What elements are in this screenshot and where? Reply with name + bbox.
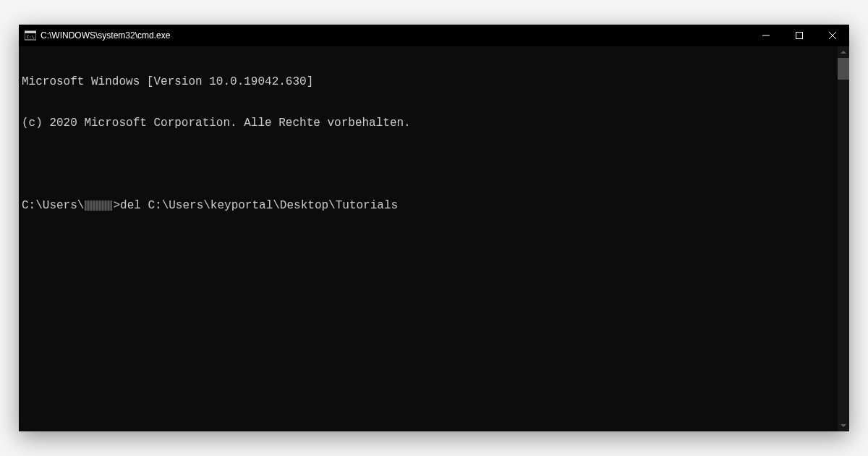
minimize-button[interactable] [749,25,783,46]
scroll-track[interactable] [838,58,849,420]
window-controls [749,25,849,46]
prompt-suffix: > [113,199,120,212]
close-button[interactable] [816,25,849,46]
cmd-window: C:\ C:\WINDOWS\system32\cmd.exe Microsof… [19,25,849,431]
svg-rect-1 [25,31,36,33]
scroll-up-arrow[interactable] [838,46,849,58]
svg-marker-8 [841,424,846,427]
blank-line [22,158,846,172]
redacted-username [85,200,112,211]
scroll-down-arrow[interactable] [838,420,849,431]
svg-marker-7 [841,51,846,54]
maximize-button[interactable] [783,25,816,46]
command-text: del C:\Users\keyportal\Desktop\Tutorials [120,199,398,212]
scroll-thumb[interactable] [838,58,849,80]
cmd-icon: C:\ [25,30,36,41]
window-title: C:\WINDOWS\system32\cmd.exe [41,30,170,41]
copyright-line: (c) 2020 Microsoft Corporation. Alle Rec… [22,117,846,130]
svg-rect-4 [796,33,803,39]
terminal-content: Microsoft Windows [Version 10.0.19042.63… [19,46,849,242]
terminal-body[interactable]: Microsoft Windows [Version 10.0.19042.63… [19,46,849,431]
version-line: Microsoft Windows [Version 10.0.19042.63… [22,75,846,89]
prompt-prefix: C:\Users\ [22,199,84,212]
svg-text:C:\: C:\ [27,34,35,39]
vertical-scrollbar[interactable] [838,46,849,431]
titlebar[interactable]: C:\ C:\WINDOWS\system32\cmd.exe [19,25,849,46]
prompt-line: C:\Users\>del C:\Users\keyportal\Desktop… [22,199,846,213]
